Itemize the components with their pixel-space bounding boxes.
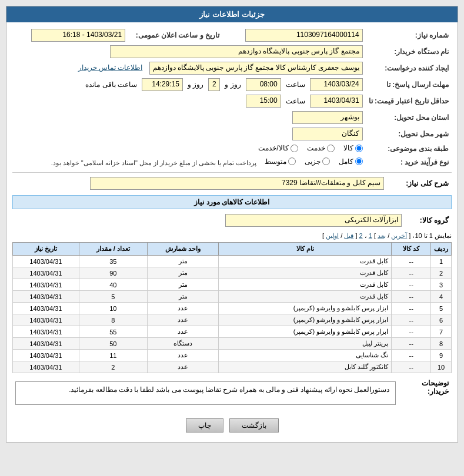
category-radio-kala[interactable] <box>355 145 363 152</box>
cell-row-8: 9 <box>431 350 452 361</box>
cell-qty-9: 2 <box>79 361 147 373</box>
category-label-service: خدمت <box>307 144 325 152</box>
cell-date-5: 1403/04/31 <box>13 314 79 326</box>
cell-code-0: -- <box>392 256 431 267</box>
buyer-org-value: مجتمع گاز پارس جنوبی پالایشگاه دوازدهم <box>12 43 366 60</box>
purchase-radio-group: کامل جزیی متوسط <box>265 157 363 166</box>
paging-comma: ، <box>363 232 367 239</box>
purchase-label-full: کامل <box>339 157 353 166</box>
category-radio-both[interactable] <box>291 145 298 152</box>
cell-name-1: کابل قدرت <box>219 267 392 279</box>
paging-sep2: ] <box>372 232 376 239</box>
buyer-org-label: نام دستگاه خریدار: <box>366 43 452 60</box>
category-radio-service[interactable] <box>327 145 335 152</box>
datetime-value: 1403/03/21 - 16:18 <box>12 27 128 43</box>
purchase-label-partial: جزیی <box>305 157 321 166</box>
datetime-label: تاریخ و ساعت اعلان عمومی: <box>128 27 222 43</box>
table-row: 5 -- ابزار پرس کابلشو و وایرشو (کریمپر) … <box>13 303 452 314</box>
cell-name-0: کابل قدرت <box>219 256 392 267</box>
buyer-notes-label: توضیحات خریدار: <box>399 376 452 410</box>
print-button[interactable]: چاپ <box>186 418 223 433</box>
purchase-label-medium: متوسط <box>265 157 286 166</box>
purchase-note: پرداخت تمام یا بخشی از مبلغ خریدار از مح… <box>51 159 257 166</box>
purchase-type-row: کامل جزیی متوسط پرداخت تمام یا بخشی از م… <box>12 156 366 169</box>
reply-deadline-label: مهلت ارسال پاسخ: تا <box>366 76 452 93</box>
price-time-display: 15:00 <box>246 95 281 108</box>
cell-name-2: کابل قدرت <box>219 279 392 291</box>
cell-name-9: کانکتور گلند کابل <box>219 361 392 373</box>
cell-row-2: 3 <box>431 279 452 291</box>
need-number-value: 1103097164000114 <box>222 27 366 43</box>
buyer-org-display: مجتمع گاز پارس جنوبی پالایشگاه دوازدهم <box>110 45 363 58</box>
cell-name-6: ابزار پرس کابلشو و وایرشو (کریمپر) <box>219 326 392 338</box>
table-row: 1 -- کابل قدرت متر 35 1403/04/31 <box>13 256 452 267</box>
buyer-notes-table: توضیحات خریدار: دستورالعمل نحوه ارائه پی… <box>12 376 452 410</box>
cell-row-1: 2 <box>431 267 452 279</box>
goods-group-value: ابزارآلات الکتریکی <box>12 212 405 229</box>
paging-sep4: / <box>339 232 342 239</box>
contact-info-link[interactable]: اطلاعات تماس خریدار <box>78 63 143 72</box>
category-label-kala: کالا <box>343 144 353 152</box>
cell-code-7: -- <box>392 338 431 350</box>
reply-days-display: 2 <box>208 78 220 91</box>
need-desc-value: سیم کابل و متعلقات///تقاضا 7329 <box>12 175 387 192</box>
category-label: طبقه بندی موضوعی: <box>366 142 452 156</box>
reply-days-label2: روز و <box>225 81 241 89</box>
cell-unit-4: عدد <box>147 303 218 314</box>
paging-prev[interactable]: قبل <box>344 232 353 239</box>
category-radio-group: کالا خدمت کالا/خدمت <box>258 144 362 152</box>
back-button[interactable]: بازگشت <box>229 418 279 433</box>
reply-time-label2: روز و <box>188 81 203 89</box>
cell-unit-0: متر <box>147 256 218 267</box>
price-date-display: 1403/04/31 <box>310 95 363 108</box>
province-value: بوشهر <box>12 109 366 126</box>
reply-hours-remaining: ساعت باقی مانده <box>85 81 137 89</box>
cell-unit-3: متر <box>147 291 218 303</box>
purchase-radio-full[interactable] <box>355 157 363 165</box>
reply-deadline-row: 1403/03/24 ساعت 08:00 روز و 2 روز و 14:2… <box>12 76 366 93</box>
cell-code-2: -- <box>392 279 431 291</box>
cell-date-2: 1403/04/31 <box>13 279 79 291</box>
cell-unit-2: متر <box>147 279 218 291</box>
province-display: بوشهر <box>292 111 363 124</box>
purchase-radio-partial[interactable] <box>322 157 330 165</box>
purchase-option-medium: متوسط <box>265 157 296 166</box>
paging-last[interactable]: آخرین <box>391 232 407 239</box>
cell-unit-9: عدد <box>147 361 218 373</box>
goods-group-table: گروه کالا: ابزارآلات الکتریکی <box>12 212 452 229</box>
cell-name-5: ابزار پرس کابلشو و وایرشو (کریمپر) <box>219 314 392 326</box>
cell-row-6: 7 <box>431 326 452 338</box>
table-row: 3 -- کابل قدرت متر 40 1403/04/31 <box>13 279 452 291</box>
table-row: 4 -- کابل قدرت متر 5 1403/04/31 <box>13 291 452 303</box>
cell-row-3: 4 <box>431 291 452 303</box>
category-option-both: کالا/خدمت <box>258 144 298 152</box>
paging-next[interactable]: بعد <box>378 232 386 239</box>
category-option-service: خدمت <box>307 144 335 152</box>
creator-label: ایجاد کننده درخواست: <box>366 60 452 76</box>
cell-qty-6: 55 <box>79 326 147 338</box>
datetime-display: 1403/03/21 - 16:18 <box>31 29 125 42</box>
need-desc-display: سیم کابل و متعلقات///تقاضا 7329 <box>90 177 384 190</box>
cell-code-8: -- <box>392 350 431 361</box>
table-row: 9 -- تگ شناسایی عدد 11 1403/04/31 <box>13 350 452 361</box>
purchase-option-partial: جزیی <box>305 157 330 166</box>
cell-code-5: -- <box>392 314 431 326</box>
paging-sep1: / <box>386 232 389 239</box>
col-header-unit: واحد شمارش <box>147 243 218 256</box>
page-header: جزئیات اطلاعات نیاز <box>6 6 458 22</box>
table-row: 6 -- ابزار پرس کابلشو و وایرشو (کریمپر) … <box>13 314 452 326</box>
creator-display: یوسف جعفری کارشناس کالا مجتمع گاز پارس ج… <box>149 62 363 75</box>
paging-first[interactable]: اولین <box>326 232 339 239</box>
cell-code-6: -- <box>392 326 431 338</box>
reply-date-display: 1403/03/24 <box>310 78 363 91</box>
price-time-label: ساعت <box>286 97 305 105</box>
reply-time-display: 08:00 <box>246 78 281 91</box>
col-header-date: تاریخ نیاز <box>13 243 79 256</box>
cell-qty-2: 40 <box>79 279 147 291</box>
table-row: 10 -- کانکتور گلند کابل عدد 2 1403/04/31 <box>13 361 452 373</box>
need-number-label: شماره نیاز: <box>366 27 452 43</box>
paging-sep3: [ <box>353 232 357 239</box>
need-desc-label: شرح کلی نیاز: <box>387 175 452 192</box>
cell-qty-1: 90 <box>79 267 147 279</box>
purchase-radio-medium[interactable] <box>288 157 296 165</box>
